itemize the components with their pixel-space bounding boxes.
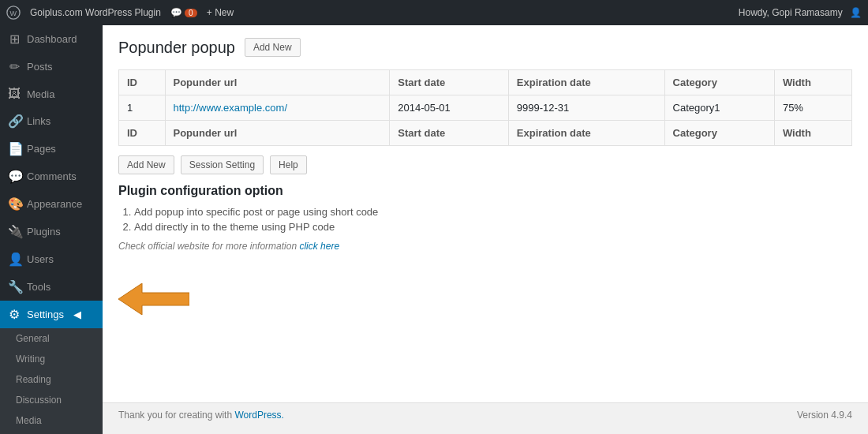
- sidebar-item-dashboard[interactable]: ⊞ Dashboard: [0, 25, 103, 53]
- add-new-link[interactable]: + New: [207, 7, 234, 18]
- col-width: Width: [774, 70, 851, 95]
- cell-width: 75%: [774, 95, 851, 121]
- pages-icon: 📄: [8, 141, 21, 156]
- plugin-config-heading: Plugin configuration option: [118, 184, 852, 198]
- main-content: Popunder popup Add New ID Popunder url S…: [103, 25, 868, 434]
- sidebar-item-settings[interactable]: ⚙ Settings ◀: [0, 301, 103, 328]
- table-footer-row: ID Popunder url Start date Expiration da…: [119, 121, 852, 146]
- sidebar-label-dashboard: Dashboard: [27, 33, 77, 45]
- sidebar-label-links: Links: [27, 115, 51, 127]
- links-icon: 🔗: [8, 114, 21, 129]
- site-name[interactable]: Goiplus.com WordPress Plugin: [30, 7, 161, 18]
- sidebar-item-plugins[interactable]: 🔌 Plugins: [0, 218, 103, 245]
- foot-col-width: Width: [774, 121, 851, 146]
- admin-bar: W Goiplus.com WordPress Plugin 💬 0 + New…: [0, 0, 868, 25]
- sidebar-item-tools[interactable]: 🔧 Tools: [0, 273, 103, 301]
- submenu-general[interactable]: General: [0, 328, 103, 349]
- cell-id: 1: [119, 95, 166, 121]
- submenu-discussion[interactable]: Discussion: [0, 390, 103, 410]
- sidebar-label-users: Users: [27, 253, 54, 265]
- cell-expiration-date: 9999-12-31: [508, 95, 664, 121]
- official-note: Check official website for more informat…: [118, 241, 852, 252]
- page-title: Popunder popup: [118, 39, 235, 57]
- session-setting-button[interactable]: Session Setting: [181, 155, 264, 174]
- sidebar-label-plugins: Plugins: [27, 226, 61, 238]
- foot-col-id: ID: [119, 121, 166, 146]
- foot-col-category: Category: [664, 121, 774, 146]
- plugin-config-list: Add popup into specific post or page usi…: [134, 206, 852, 233]
- col-category: Category: [664, 70, 774, 95]
- add-new-bottom-button[interactable]: Add New: [118, 155, 174, 174]
- col-start-date: Start date: [390, 70, 509, 95]
- content-wrap: Popunder popup Add New ID Popunder url S…: [103, 25, 868, 402]
- table-row: 1 http://www.example.com/ 2014-05-01 999…: [119, 95, 852, 121]
- note-prefix-text: Check official website for more informat…: [118, 241, 297, 252]
- submenu-media[interactable]: Media: [0, 410, 103, 431]
- sidebar-item-appearance[interactable]: 🎨 Appearance: [0, 190, 103, 218]
- admin-menu: ⊞ Dashboard ✏ Posts 🖼 Media 🔗 Links 📄 Pa…: [0, 25, 103, 434]
- sidebar-item-comments[interactable]: 💬 Comments: [0, 163, 103, 190]
- comments-link[interactable]: 💬 0: [170, 7, 197, 18]
- wordpress-link[interactable]: WordPress.: [234, 410, 283, 421]
- wp-footer: Thank you for creating with WordPress. V…: [103, 402, 868, 427]
- comments-menu-icon: 💬: [8, 169, 21, 184]
- arrow-area: [118, 283, 852, 317]
- sidebar-item-pages[interactable]: 📄 Pages: [0, 135, 103, 163]
- sidebar-item-posts[interactable]: ✏ Posts: [0, 53, 103, 80]
- svg-marker-2: [118, 283, 189, 315]
- sidebar-label-media: Media: [27, 88, 54, 100]
- tablenav: Add New Session Setting Help: [118, 155, 852, 174]
- cell-url[interactable]: http://www.example.com/: [165, 95, 390, 121]
- sidebar-item-media[interactable]: 🖼 Media: [0, 80, 103, 107]
- footer-text: Thank you for creating with WordPress.: [118, 410, 284, 421]
- comments-count: 0: [185, 9, 197, 17]
- submenu-writing[interactable]: Writing: [0, 349, 103, 369]
- page-header: Popunder popup Add New: [118, 38, 852, 57]
- col-expiration-date: Expiration date: [508, 70, 664, 95]
- version-text: Version 4.9.4: [797, 410, 852, 421]
- sidebar-item-links[interactable]: 🔗 Links: [0, 107, 103, 135]
- table-header-row: ID Popunder url Start date Expiration da…: [119, 70, 852, 95]
- foot-col-url: Popunder url: [165, 121, 390, 146]
- thank-you-text: Thank you for creating with: [118, 410, 232, 421]
- sidebar-label-comments: Comments: [27, 170, 77, 182]
- plugin-config-section: Plugin configuration option Add popup in…: [118, 184, 852, 252]
- col-url: Popunder url: [165, 70, 390, 95]
- cell-category: Category1: [664, 95, 774, 121]
- submenu-reading[interactable]: Reading: [0, 369, 103, 390]
- sidebar-label-settings: Settings: [27, 309, 64, 320]
- media-icon: 🖼: [8, 87, 21, 101]
- settings-arrow-icon: ◀: [73, 309, 81, 320]
- popunder-table: ID Popunder url Start date Expiration da…: [118, 69, 852, 146]
- plugin-config-item-2: Add directly in to the theme using PHP c…: [134, 221, 852, 233]
- sidebar-label-posts: Posts: [27, 61, 53, 73]
- user-greeting: Howdy, Gopi Ramasamy: [739, 7, 843, 18]
- note-link[interactable]: click here: [299, 241, 339, 252]
- settings-icon: ⚙: [8, 307, 21, 322]
- sidebar-item-users[interactable]: 👤 Users: [0, 245, 103, 273]
- arrow-icon: [118, 283, 189, 315]
- add-new-header-button[interactable]: Add New: [245, 38, 301, 57]
- posts-icon: ✏: [8, 59, 21, 74]
- help-button[interactable]: Help: [270, 155, 307, 174]
- cell-start-date: 2014-05-01: [390, 95, 509, 121]
- svg-text:W: W: [10, 9, 17, 17]
- submenu-permalinks[interactable]: Permalinks: [0, 431, 103, 434]
- col-id: ID: [119, 70, 166, 95]
- appearance-icon: 🎨: [8, 196, 21, 211]
- foot-col-expiration-date: Expiration date: [508, 121, 664, 146]
- dashboard-icon: ⊞: [8, 32, 21, 47]
- plugins-icon: 🔌: [8, 224, 21, 239]
- sidebar-label-pages: Pages: [27, 143, 56, 155]
- settings-submenu: General Writing Reading Discussion Media…: [0, 328, 103, 434]
- wp-logo-icon: W: [6, 6, 21, 20]
- tools-icon: 🔧: [8, 279, 21, 294]
- plugin-config-item-1: Add popup into specific post or page usi…: [134, 206, 852, 218]
- sidebar-label-appearance: Appearance: [27, 198, 82, 210]
- user-avatar-icon[interactable]: 👤: [850, 7, 862, 18]
- foot-col-start-date: Start date: [390, 121, 509, 146]
- sidebar-label-tools: Tools: [27, 281, 51, 293]
- users-icon: 👤: [8, 252, 21, 267]
